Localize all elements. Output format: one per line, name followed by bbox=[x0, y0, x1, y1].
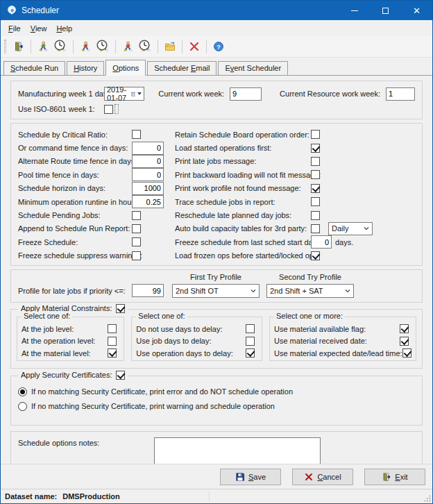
load-frozen-ops-checkbox[interactable] bbox=[311, 251, 320, 260]
first-try-profile-select[interactable]: 2nd Shift OT bbox=[172, 284, 260, 298]
min-operation-runtime-input[interactable] bbox=[132, 195, 164, 208]
iso-week-label: Use ISO-8601 week 1: bbox=[18, 105, 104, 113]
command-time-fence-label: Or command time fence in days: bbox=[18, 144, 132, 152]
print-backward-loading-checkbox[interactable] bbox=[311, 170, 320, 179]
save-button[interactable]: Save bbox=[220, 469, 281, 485]
security-warning-radio-label: If no matching Security Certificate, pri… bbox=[31, 402, 275, 410]
critical-ratio-checkbox[interactable] bbox=[132, 130, 141, 139]
tab-history[interactable]: History bbox=[67, 61, 104, 75]
first-try-profile-value: 2nd Shift OT bbox=[176, 287, 219, 295]
menu-help[interactable]: Help bbox=[51, 22, 77, 35]
alternate-route-fence-input[interactable] bbox=[132, 155, 164, 168]
auto-build-capacity-checkbox[interactable] bbox=[311, 224, 320, 233]
schedule-horizon-input[interactable] bbox=[132, 182, 164, 195]
at-job-level-checkbox[interactable] bbox=[108, 324, 117, 333]
minimize-button[interactable] bbox=[339, 1, 370, 20]
capacity-frequency-value: Daily bbox=[332, 224, 348, 233]
select-one-of-title: Select one of: bbox=[22, 312, 72, 320]
late-jobs-priority-input[interactable] bbox=[132, 284, 164, 297]
operation-days-to-delay-checkbox[interactable] bbox=[246, 348, 255, 358]
freeze-suppress-warnings-checkbox[interactable] bbox=[132, 251, 141, 260]
run-resource-icon[interactable] bbox=[119, 38, 137, 55]
material-level-groupbox: Select one of: At the job level: At the … bbox=[17, 317, 124, 361]
first-try-profile-header: First Try Profile bbox=[172, 273, 260, 284]
menu-view[interactable]: View bbox=[26, 22, 52, 35]
scheduler-window: Scheduler ✕ File View Help bbox=[0, 0, 433, 504]
current-work-week-input[interactable] bbox=[230, 87, 262, 101]
schedule-pending-jobs-checkbox[interactable] bbox=[132, 211, 141, 220]
second-try-profile-header: Second Try Profile bbox=[266, 273, 354, 284]
app-icon bbox=[6, 5, 17, 16]
exit-door-icon bbox=[382, 472, 391, 482]
minimize-icon bbox=[351, 10, 358, 11]
cancel-x-icon bbox=[304, 472, 314, 482]
command-time-fence-input[interactable] bbox=[132, 142, 164, 155]
resize-grip[interactable] bbox=[424, 495, 431, 502]
menu-file[interactable]: File bbox=[3, 22, 26, 35]
material-received-date-checkbox[interactable] bbox=[400, 337, 409, 346]
tab-scheduler-email[interactable]: Scheduler Email bbox=[147, 61, 216, 75]
retain-board-order-label: Retain Schedule Board operation order: bbox=[175, 131, 311, 139]
open-folder-icon[interactable] bbox=[161, 38, 179, 55]
delete-x-icon[interactable] bbox=[185, 38, 203, 55]
append-run-report-checkbox[interactable] bbox=[132, 224, 141, 233]
maximize-button[interactable] bbox=[370, 1, 401, 20]
save-floppy-icon bbox=[235, 472, 245, 482]
material-available-flag-checkbox[interactable] bbox=[400, 324, 409, 333]
at-job-level-label: At the job level: bbox=[22, 325, 74, 333]
security-error-radio[interactable] bbox=[18, 387, 27, 396]
at-material-level-checkbox[interactable] bbox=[108, 348, 117, 358]
material-constraints-group: Apply Material Constraints: Select one o… bbox=[10, 309, 423, 369]
run-jobs-clock-icon[interactable] bbox=[94, 38, 112, 55]
reschedule-late-planned-label: Reschedule late planned day jobs: bbox=[175, 211, 311, 219]
print-backward-loading-label: Print backward loading will not fit mess… bbox=[175, 171, 311, 179]
footer-button-bar: Save Cancel Exit bbox=[1, 464, 432, 489]
close-button[interactable]: ✕ bbox=[401, 1, 432, 20]
retain-board-order-checkbox[interactable] bbox=[311, 130, 320, 139]
material-expected-date-checkbox[interactable] bbox=[402, 348, 411, 358]
trace-schedule-jobs-checkbox[interactable] bbox=[311, 197, 320, 206]
capacity-frequency-select[interactable]: Daily bbox=[328, 222, 373, 235]
mfg-week-date-picker[interactable]: 2019-01-07 bbox=[104, 87, 144, 101]
iso-week-checkbox[interactable] bbox=[104, 105, 113, 114]
freeze-schedule-label: Freeze Schedule: bbox=[18, 238, 132, 246]
run-schedule-clock-icon[interactable] bbox=[52, 38, 70, 55]
print-late-jobs-checkbox[interactable] bbox=[311, 157, 320, 166]
dataset-name-label: Dataset name: bbox=[5, 492, 57, 501]
security-warning-radio[interactable] bbox=[18, 402, 27, 411]
exit-door-icon[interactable] bbox=[10, 38, 28, 55]
freeze-days-input[interactable] bbox=[311, 235, 332, 249]
critical-ratio-label: Schedule by Critical Ratio: bbox=[18, 131, 132, 139]
tab-event-scheduler[interactable]: Event Scheduler bbox=[218, 61, 288, 75]
tab-schedule-run[interactable]: Schedule Run bbox=[3, 61, 65, 75]
close-icon: ✕ bbox=[413, 6, 421, 15]
freeze-days-suffix: days. bbox=[335, 238, 353, 246]
exit-button[interactable]: Exit bbox=[364, 469, 425, 485]
min-operation-runtime-label: Minimum operation runtine in hours: bbox=[18, 198, 132, 206]
current-resource-work-week-input[interactable] bbox=[386, 87, 415, 101]
at-operation-level-checkbox[interactable] bbox=[108, 337, 117, 346]
load-started-first-label: Load started operations first: bbox=[175, 144, 311, 152]
load-started-first-checkbox[interactable] bbox=[311, 144, 320, 153]
freeze-schedule-checkbox[interactable] bbox=[132, 237, 141, 246]
mfg-week-date-label: Manufacturing week 1 date: bbox=[18, 90, 104, 98]
help-icon[interactable]: ? bbox=[210, 38, 228, 55]
alternate-route-fence-label: Alternate Route time fence in days: bbox=[18, 157, 132, 165]
print-work-profile-checkbox[interactable] bbox=[311, 184, 320, 193]
apply-material-constraints-checkbox[interactable] bbox=[116, 304, 125, 313]
toolbar-separator bbox=[31, 40, 31, 53]
schedule-options-notes-textarea[interactable] bbox=[154, 437, 321, 464]
tab-options[interactable]: Options bbox=[105, 60, 146, 76]
run-resource-clock-icon[interactable] bbox=[137, 38, 155, 55]
apply-security-certificates-checkbox[interactable] bbox=[116, 371, 125, 380]
job-days-to-delay-checkbox[interactable] bbox=[246, 337, 255, 346]
run-jobs-icon[interactable] bbox=[76, 38, 94, 55]
reschedule-late-planned-checkbox[interactable] bbox=[311, 211, 320, 220]
current-resource-work-week-label: Current Resource work week: bbox=[280, 90, 380, 98]
cancel-button[interactable]: Cancel bbox=[292, 469, 353, 485]
no-days-to-delay-checkbox[interactable] bbox=[246, 324, 255, 333]
pool-time-fence-input[interactable] bbox=[132, 168, 164, 181]
run-schedule-icon[interactable] bbox=[34, 38, 52, 55]
pool-time-fence-label: Pool time fence in days: bbox=[18, 171, 132, 179]
second-try-profile-select[interactable]: 2nd Shift + SAT bbox=[266, 284, 354, 298]
